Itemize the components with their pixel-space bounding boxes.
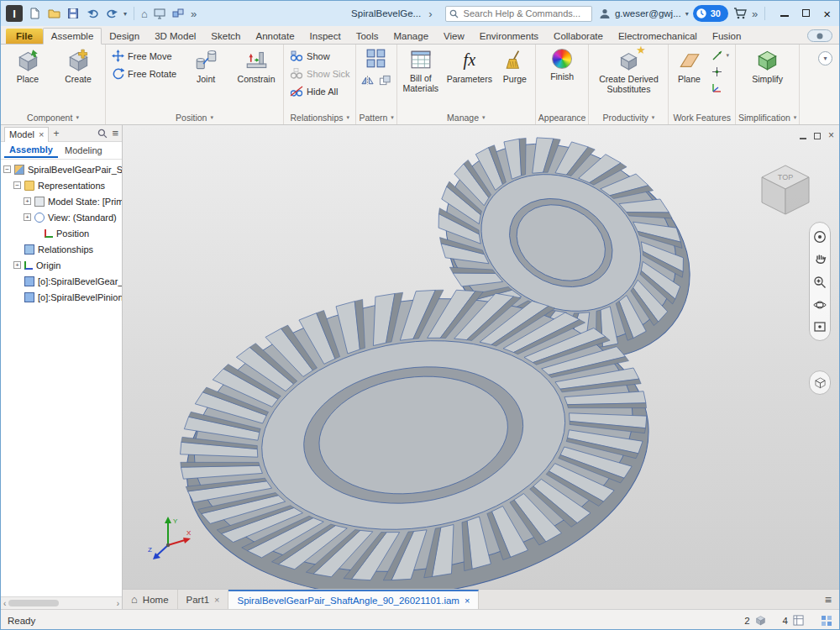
tree-item-relationships[interactable]: Relationships [1, 241, 122, 257]
maximize-button[interactable] [802, 8, 810, 18]
mirror-button[interactable] [361, 75, 374, 86]
purge-button[interactable]: Purge [497, 46, 533, 87]
browser-search-icon[interactable] [97, 129, 108, 139]
pattern-button[interactable] [364, 46, 389, 71]
place-button[interactable]: Place [3, 46, 52, 87]
pan-hand-icon[interactable] [814, 253, 827, 266]
doc-tab-part1[interactable]: Part1 × [178, 590, 229, 609]
simplify-button[interactable]: Simplify [747, 46, 789, 87]
tree-item-gear[interactable]: [o]:SpiralBevelGear_S [1, 273, 122, 289]
account-name[interactable]: g.weser@gwj... [615, 8, 681, 18]
browser-add-button[interactable]: + [53, 128, 59, 139]
orbit-icon[interactable] [813, 298, 827, 312]
gear-model-scene[interactable] [123, 125, 839, 589]
cart-button[interactable] [732, 6, 748, 21]
save-button[interactable] [66, 6, 81, 21]
close-button[interactable]: × [823, 8, 831, 20]
free-move-button[interactable]: Free Move [108, 48, 180, 64]
create-button[interactable]: Create [54, 46, 102, 87]
tab-manage[interactable]: Manage [386, 29, 437, 44]
panel-label-appearance[interactable]: Appearance [538, 110, 586, 124]
titlebar-overflow-icon[interactable]: » [752, 8, 758, 20]
tab-assemble[interactable]: Assemble [43, 28, 102, 45]
tree-item-representations[interactable]: − Representations [1, 177, 122, 193]
tab-file[interactable]: File [6, 29, 43, 44]
browser-tab-modeling[interactable]: Modeling [60, 144, 108, 157]
tab-electromechanical[interactable]: Electromechanical [611, 29, 705, 44]
nav-cube-icon[interactable] [814, 376, 827, 389]
tab-inspect[interactable]: Inspect [302, 29, 349, 44]
account-dropdown-icon[interactable]: ▾ [685, 10, 689, 18]
tree-item-pinion[interactable]: [o]:SpiralBevelPinion_ [1, 289, 122, 305]
close-tab-icon[interactable]: × [214, 595, 219, 605]
view-cube[interactable]: TOP [755, 159, 816, 219]
tab-environments[interactable]: Environments [472, 29, 546, 44]
tab-design[interactable]: Design [102, 29, 147, 44]
ribbon-display-button[interactable] [807, 29, 832, 42]
panel-label-manage[interactable]: Manage▾ [400, 110, 533, 124]
doc-minimize-button[interactable] [800, 128, 806, 143]
tab-3d-model[interactable]: 3D Model [147, 29, 203, 44]
browser-tab-model[interactable]: Model × [4, 127, 49, 142]
panel-label-productivity[interactable]: Productivity▾ [591, 110, 665, 124]
doc-tabs-menu-button[interactable]: ≡ [817, 590, 839, 609]
tab-annotate[interactable]: Annotate [249, 29, 302, 44]
minimize-button[interactable] [780, 8, 789, 18]
panel-label-simplification[interactable]: Simplification▾ [738, 110, 796, 124]
doc-restore-button[interactable] [814, 128, 821, 143]
status-grid-icon[interactable] [821, 615, 832, 627]
app-icon[interactable]: I [6, 5, 23, 22]
plane-button[interactable]: Plane [671, 46, 706, 87]
browser-menu-icon[interactable]: ≡ [112, 127, 118, 139]
tree-item-position[interactable]: Position [1, 225, 122, 241]
axis-button[interactable]: ▾ [708, 50, 732, 61]
panel-label-pattern[interactable]: Pattern▾ [359, 110, 393, 124]
tree-item-root[interactable]: − SpiralBevelGearPair_Sh [1, 161, 122, 177]
close-tab-icon[interactable]: × [465, 596, 470, 606]
open-button[interactable] [46, 6, 61, 21]
hide-all-button[interactable]: Hide All [286, 83, 353, 99]
ribbon-collapse-button[interactable]: ▾ [818, 51, 832, 66]
tab-fusion[interactable]: Fusion [705, 29, 749, 44]
finish-button[interactable]: Finish [543, 46, 580, 84]
bill-of-materials-button[interactable]: Bill of Materials [400, 46, 442, 96]
scrollbar-thumb[interactable] [8, 600, 59, 606]
copy-button[interactable] [379, 75, 391, 86]
panel-label-position[interactable]: Position▾ [108, 110, 281, 124]
scroll-left-icon[interactable]: ‹ [3, 599, 6, 608]
tab-collaborate[interactable]: Collaborate [546, 29, 611, 44]
free-rotate-button[interactable]: Free Rotate [108, 66, 180, 81]
qat-customize-icon[interactable]: ▾ [123, 10, 127, 18]
tree-item-model-state[interactable]: + Model State: [Prim [1, 193, 122, 209]
show-sick-button[interactable]: Show Sick [286, 66, 353, 81]
browser-close-icon[interactable]: × [39, 129, 44, 139]
navigation-wheel-icon[interactable] [813, 230, 827, 244]
doc-title-expand-icon[interactable]: › [428, 8, 432, 20]
toolbar-overflow-icon[interactable]: » [191, 8, 197, 20]
search-input[interactable] [462, 8, 588, 19]
constrain-button[interactable]: Constrain [232, 46, 281, 87]
browser-hscrollbar[interactable]: ‹ › [1, 596, 122, 609]
doc-tab-home[interactable]: ⌂ Home [123, 590, 178, 609]
tab-view[interactable]: View [436, 29, 472, 44]
new-file-button[interactable] [27, 6, 42, 21]
show-button[interactable]: Show [286, 48, 353, 64]
tree-item-origin[interactable]: + Origin [1, 257, 122, 273]
panel-label-relationships[interactable]: Relationships▾ [286, 110, 353, 124]
ucs-button[interactable] [708, 81, 732, 93]
viewport[interactable]: × TOP [123, 125, 839, 589]
browser-tab-assembly[interactable]: Assembly [4, 143, 58, 158]
help-search[interactable] [445, 6, 592, 22]
trial-days-badge[interactable]: 30 [693, 5, 728, 22]
undo-button[interactable] [85, 6, 100, 21]
point-button[interactable] [708, 66, 732, 77]
parameters-button[interactable]: fx Parameters [444, 46, 496, 87]
tab-sketch[interactable]: Sketch [203, 29, 248, 44]
zoom-icon[interactable] [813, 276, 827, 289]
doc-close-button[interactable]: × [828, 130, 834, 140]
panel-label-component[interactable]: Component▾ [3, 110, 102, 124]
joint-button[interactable]: Joint [181, 46, 230, 87]
redo-button[interactable] [104, 6, 119, 21]
panel-label-work-features[interactable]: Work Features [671, 110, 732, 124]
home-button[interactable]: ⌂ [141, 8, 148, 20]
